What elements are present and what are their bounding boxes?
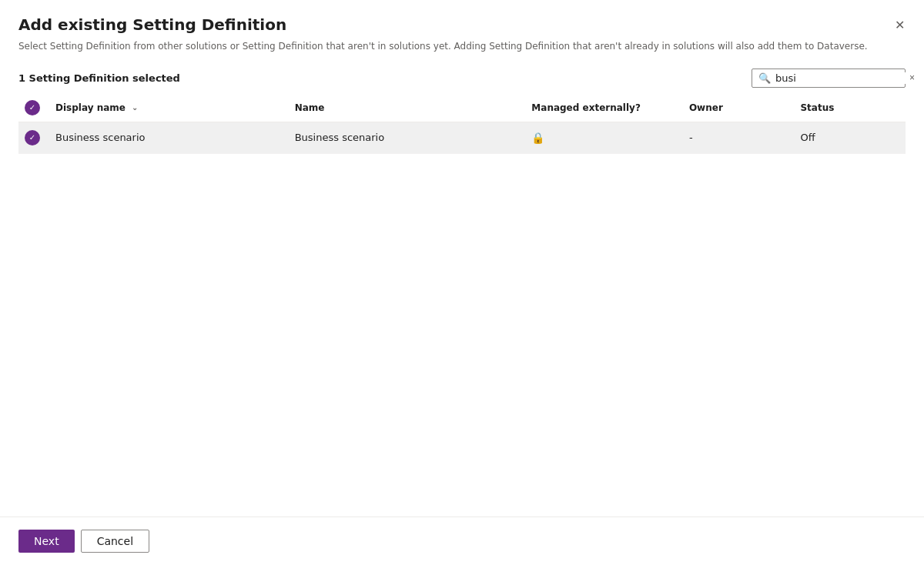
header-check-mark: ✓ — [29, 104, 35, 112]
close-button[interactable]: ✕ — [887, 12, 912, 37]
header-check-circle[interactable]: ✓ — [25, 100, 40, 115]
toolbar: 1 Setting Definition selected 🔍 × — [0, 62, 924, 94]
search-box: 🔍 × — [752, 69, 906, 88]
th-owner: Owner — [683, 94, 795, 122]
table-container: ✓ Display name ⌄ Name Managed externally… — [0, 94, 924, 517]
row-status: Off — [794, 122, 906, 153]
search-icon: 🔍 — [758, 72, 771, 84]
cancel-button[interactable]: Cancel — [81, 530, 149, 553]
dialog-title: Add existing Setting Definition — [18, 15, 906, 34]
dialog: Add existing Setting Definition Select S… — [0, 0, 924, 565]
table-row[interactable]: ✓ Business scenario Business scenario 🔒 … — [18, 122, 906, 153]
search-clear-button[interactable]: × — [909, 72, 915, 83]
th-name: Name — [289, 94, 526, 122]
close-icon: ✕ — [895, 18, 905, 32]
dialog-footer: Next Cancel — [0, 517, 924, 565]
th-managed-externally: Managed externally? — [525, 94, 683, 122]
search-input[interactable] — [775, 72, 906, 84]
row-checkbox[interactable]: ✓ — [18, 122, 49, 153]
next-button[interactable]: Next — [18, 530, 75, 553]
selected-count: 1 Setting Definition selected — [18, 72, 180, 84]
sort-icon: ⌄ — [132, 103, 138, 112]
row-owner: - — [683, 122, 795, 153]
row-check-circle: ✓ — [25, 130, 40, 145]
clear-icon: × — [909, 72, 915, 83]
th-status: Status — [794, 94, 906, 122]
table-header-row: ✓ Display name ⌄ Name Managed externally… — [18, 94, 906, 122]
th-checkbox: ✓ — [18, 94, 49, 122]
results-table: ✓ Display name ⌄ Name Managed externally… — [18, 94, 906, 154]
th-display-name-label: Display name — [55, 102, 126, 113]
dialog-subtitle: Select Setting Definition from other sol… — [18, 40, 906, 53]
row-check-mark: ✓ — [29, 134, 35, 142]
row-display-name: Business scenario — [49, 122, 289, 153]
row-managed-externally: 🔒 — [525, 122, 683, 153]
dialog-header: Add existing Setting Definition Select S… — [0, 0, 924, 62]
lock-icon: 🔒 — [531, 132, 544, 144]
th-display-name[interactable]: Display name ⌄ — [49, 94, 289, 122]
row-name: Business scenario — [289, 122, 526, 153]
